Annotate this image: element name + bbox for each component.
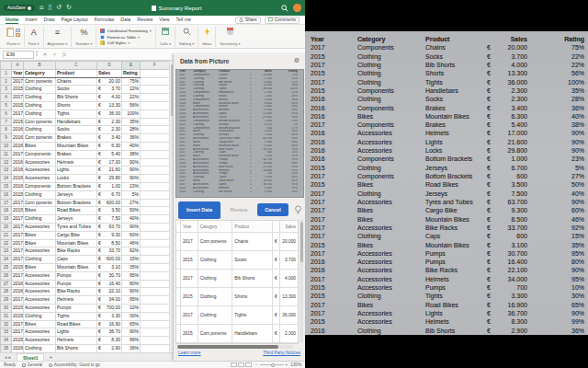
autosave-toggle[interactable]: AutoSave xyxy=(4,5,35,11)
cell-E32[interactable]: 65% xyxy=(122,320,141,328)
cell-E3[interactable]: 22% xyxy=(122,86,141,94)
cell-A21[interactable]: 2017 xyxy=(12,231,24,239)
row-header-29[interactable]: 29 xyxy=(1,296,12,305)
cell-E10[interactable]: 40% xyxy=(122,142,141,150)
cell-B14[interactable]: Accessories xyxy=(24,175,56,183)
cell-B33[interactable]: Accessories xyxy=(24,328,56,337)
cell-A4[interactable]: 2017 xyxy=(12,94,24,102)
cell-F20[interactable] xyxy=(141,223,170,231)
cell-D8[interactable]: €2.30 xyxy=(97,126,122,134)
home-icon[interactable]: ⌂ xyxy=(40,5,43,11)
preview-cell-sales[interactable]: 36.000 xyxy=(280,306,298,325)
cell-F24[interactable] xyxy=(141,256,170,264)
preview-cell-product[interactable]: Shorts xyxy=(232,288,272,306)
column-header-B[interactable]: B xyxy=(24,62,56,70)
row-header-1[interactable]: 1 xyxy=(1,69,12,77)
cell-D10[interactable]: €6.30 xyxy=(97,142,122,150)
cell-B1[interactable]: Category xyxy=(24,69,56,77)
row-header-11[interactable]: 11 xyxy=(1,150,12,158)
preview-cell-product[interactable]: Chains xyxy=(232,233,272,251)
cell-B24[interactable]: Clothing xyxy=(24,256,56,264)
cell-A1[interactable]: Year xyxy=(12,69,24,77)
format-painter-icon[interactable] xyxy=(16,33,20,37)
row-header-35[interactable]: 35 xyxy=(1,344,12,352)
cell-D26[interactable]: €30.70 xyxy=(97,271,122,280)
cell-A22[interactable]: 2017 xyxy=(12,239,24,247)
tab-page-layout[interactable]: Page Layout xyxy=(62,16,88,24)
cell-D25[interactable]: €3.10 xyxy=(97,263,122,271)
page-layout-view-button[interactable] xyxy=(238,362,244,368)
cell-B32[interactable]: Bikes xyxy=(24,320,56,328)
row-header-33[interactable]: 33 xyxy=(1,328,12,337)
cell-C2[interactable]: Chains xyxy=(56,77,97,86)
cell-E8[interactable]: 28% xyxy=(122,126,141,134)
cell-F8[interactable] xyxy=(141,126,170,134)
cell-E28[interactable]: 90% xyxy=(122,288,141,296)
cell-F17[interactable] xyxy=(141,199,170,207)
row-header-14[interactable]: 14 xyxy=(1,175,12,183)
cell-E24[interactable]: 15% xyxy=(122,256,141,264)
row-header-13[interactable]: 13 xyxy=(1,167,12,175)
cell-C17[interactable]: Bottom Brackets xyxy=(56,199,97,207)
cell-E11[interactable]: 38% xyxy=(122,150,141,158)
cell-D30[interactable]: €700.00 xyxy=(97,304,122,312)
row-header-28[interactable]: 28 xyxy=(1,288,12,296)
cell-D11[interactable]: €5.40 xyxy=(97,150,122,158)
editing-button[interactable]: Editing ▾ xyxy=(175,27,198,47)
add-sheet-button[interactable]: + xyxy=(49,354,52,360)
cell-B21[interactable]: Bikes xyxy=(24,231,56,239)
row-header-8[interactable]: 8 xyxy=(1,126,12,134)
cell-C8[interactable]: Socks xyxy=(56,126,97,134)
cell-E14[interactable]: 90% xyxy=(122,175,141,183)
cell-C26[interactable]: Pumps xyxy=(56,271,97,280)
cell-E18[interactable]: 50% xyxy=(122,207,141,215)
cell-B30[interactable]: Accessories xyxy=(24,304,56,312)
tab-review[interactable]: Review xyxy=(137,16,153,24)
cell-A27[interactable]: 2016 xyxy=(12,280,24,288)
cell-A34[interactable]: 2015 xyxy=(12,337,24,345)
cell-F4[interactable] xyxy=(141,94,170,102)
cell-E25[interactable]: 35% xyxy=(122,263,141,271)
cell-C27[interactable]: Pumps xyxy=(56,280,97,288)
cell-C9[interactable]: Brakes xyxy=(56,134,97,143)
cell-A35[interactable]: 2016 xyxy=(12,344,24,352)
cell-E23[interactable]: 92% xyxy=(122,247,141,256)
cell-B15[interactable]: Components xyxy=(24,182,56,190)
cell-E31[interactable]: 30% xyxy=(122,312,141,320)
column-header-C[interactable]: C xyxy=(56,62,97,70)
preview-horizontal-scrollbar[interactable] xyxy=(177,345,293,349)
row-header-5[interactable]: 5 xyxy=(1,101,12,109)
third-party-notices-link[interactable]: Third Party Notices xyxy=(263,351,300,355)
cell-D13[interactable]: €21.60 xyxy=(97,167,122,175)
cell-D4[interactable]: €4.00 xyxy=(97,94,122,102)
cell-B29[interactable]: Accessories xyxy=(24,296,56,305)
zoom-in-icon[interactable]: + xyxy=(286,362,288,367)
cell-A25[interactable]: 2015 xyxy=(12,263,24,271)
cell-F5[interactable] xyxy=(141,101,170,109)
cell-A2[interactable]: 2017 xyxy=(12,77,24,86)
tab-home[interactable]: Home xyxy=(6,16,18,24)
sensitivity-button[interactable]: Sensitivity ▾ xyxy=(216,27,243,47)
cell-F7[interactable] xyxy=(141,118,170,126)
row-header-18[interactable]: 18 xyxy=(1,207,12,215)
name-box-stepper[interactable]: ▴▾ xyxy=(36,51,38,57)
column-header-F[interactable]: F xyxy=(141,62,170,70)
cell-D12[interactable]: €17.00 xyxy=(97,158,122,167)
cell-C11[interactable]: Brakes xyxy=(56,150,97,158)
preview-cell-category[interactable]: Clothing xyxy=(198,270,233,288)
row-header-16[interactable]: 16 xyxy=(1,190,12,199)
cell-C23[interactable]: Bike Racks xyxy=(56,247,97,256)
cell-D16[interactable]: €6.70 xyxy=(97,190,122,199)
cell-A26[interactable]: 2017 xyxy=(12,271,24,280)
cell-C31[interactable]: Tights xyxy=(56,312,97,320)
cell-D20[interactable]: €63.70 xyxy=(97,223,122,231)
cancel-button[interactable]: Cancel xyxy=(257,203,288,216)
number-button[interactable]: % Number ▾ xyxy=(72,27,96,47)
cell-A33[interactable]: 2017 xyxy=(12,328,24,337)
cell-B5[interactable]: Clothing xyxy=(24,101,56,109)
cell-C22[interactable]: Mountain Bikes xyxy=(56,239,97,247)
cell-C24[interactable]: Caps xyxy=(56,256,97,264)
cell-E1[interactable]: Rating xyxy=(122,69,141,77)
undo-icon[interactable]: ↺ xyxy=(56,5,62,11)
cell-C20[interactable]: Tyres and Tubes xyxy=(56,223,97,231)
